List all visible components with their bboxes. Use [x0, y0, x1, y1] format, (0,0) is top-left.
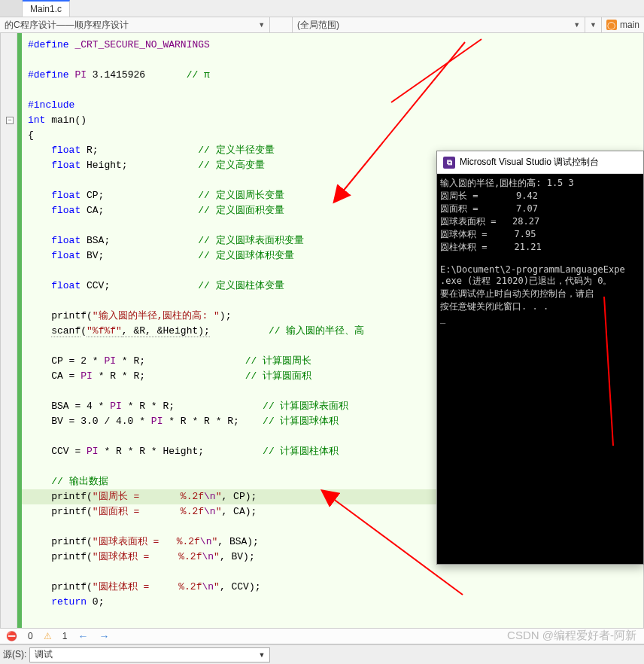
separator: ▼ [585, 17, 602, 32]
chevron-down-icon: ▼ [258, 651, 265, 659]
code-line[interactable]: −int main() [22, 113, 643, 128]
project-selector[interactable]: 的C程序设计——顺序程序设计 ▼ [0, 17, 270, 32]
member-selector[interactable]: ◯ main [602, 20, 644, 30]
forward-arrow-icon[interactable]: → [99, 630, 109, 642]
file-tab-bar: Main1.c [0, 0, 644, 17]
scope-selector[interactable]: (全局范围) ▼ [293, 17, 585, 32]
source-selector-value: 调试 [35, 648, 53, 661]
console-title: Microsoft Visual Studio 调试控制台 [460, 156, 599, 169]
warning-icon[interactable]: ⚠ [44, 631, 52, 641]
source-selector[interactable]: 调试 ▼ [29, 647, 270, 662]
status-bar: ⛔ 0 ⚠ 1 ← → [0, 628, 644, 644]
scope-selector-label: (全局范围) [297, 19, 339, 32]
code-line[interactable]: printf("圆柱体积 = %.2f\n", CCV); [22, 580, 643, 595]
code-line[interactable] [22, 53, 643, 68]
code-line[interactable] [22, 83, 643, 98]
debug-console-window[interactable]: ⧉ Microsoft Visual Studio 调试控制台 输入圆的半径,圆… [436, 151, 644, 565]
separator [270, 17, 293, 32]
member-selector-label: main [620, 20, 639, 30]
back-arrow-icon[interactable]: ← [77, 630, 88, 642]
warning-count: 1 [62, 631, 68, 641]
tab-spacer [0, 0, 23, 17]
code-line[interactable]: return 0; [22, 595, 643, 610]
visual-studio-icon: ⧉ [443, 157, 455, 169]
chevron-down-icon: ▼ [573, 21, 580, 29]
file-tab-label: Main1.c [30, 4, 62, 14]
code-line[interactable] [22, 565, 643, 580]
source-label: 源(S): [3, 648, 26, 661]
chevron-down-icon: ▼ [590, 21, 597, 29]
code-line[interactable]: #define _CRT_SECURE_NO_WARNINGS [22, 38, 643, 53]
console-body: 输入圆的半径,圆柱的高: 1.5 3 圆周长 = 9.42 圆面积 = 7.07… [437, 174, 643, 564]
project-selector-label: 的C程序设计——顺序程序设计 [5, 19, 129, 32]
code-line[interactable]: #define PI 3.1415926 // π [22, 68, 643, 83]
fold-toggle-icon[interactable]: − [6, 117, 14, 124]
function-icon: ◯ [606, 20, 617, 30]
console-titlebar[interactable]: ⧉ Microsoft Visual Studio 调试控制台 [437, 151, 643, 174]
code-line[interactable]: #include [22, 98, 643, 113]
code-line[interactable]: { [22, 128, 643, 143]
error-count: 0 [28, 631, 33, 641]
file-tab-main1[interactable]: Main1.c [23, 0, 70, 17]
chevron-down-icon: ▼ [258, 21, 265, 29]
error-icon[interactable]: ⛔ [6, 631, 17, 641]
output-source-row: 源(S): 调试 ▼ [0, 644, 644, 664]
context-selector-row: 的C程序设计——顺序程序设计 ▼ (全局范围) ▼ ▼ ◯ main [0, 17, 644, 33]
